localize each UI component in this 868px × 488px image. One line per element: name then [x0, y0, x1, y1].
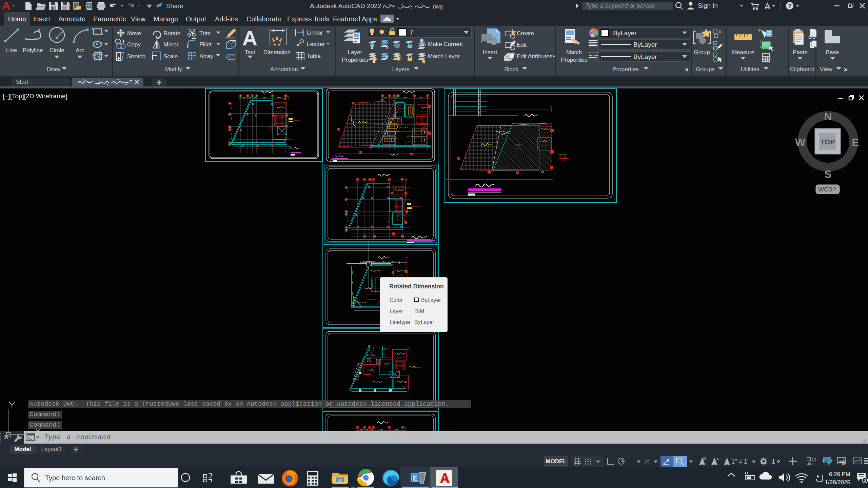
svg-text:Match: Match [566, 49, 582, 56]
svg-text:Leader: Leader [307, 41, 325, 47]
svg-text:Draw: Draw [47, 66, 60, 73]
svg-text:ByLayer: ByLayer [633, 53, 657, 60]
svg-text:Edit: Edit [517, 42, 527, 48]
svg-text:1" = 1': 1" = 1' [731, 458, 748, 465]
svg-text:Table: Table [307, 53, 321, 59]
svg-text:TOP: TOP [821, 138, 835, 146]
svg-text:Properties: Properties [342, 57, 368, 63]
svg-text:Utilities: Utilities [741, 66, 760, 73]
svg-text:ByLayer: ByLayer [633, 41, 657, 48]
svg-text:6:26 PM: 6:26 PM [829, 471, 850, 477]
svg-text:A: A [242, 26, 258, 50]
svg-text:1/28/2025: 1/28/2025 [825, 479, 850, 486]
svg-text:ByLayer: ByLayer [613, 29, 637, 37]
svg-text:Circle: Circle [50, 47, 64, 54]
svg-text:Layer: Layer [348, 49, 362, 56]
svg-text:Insert: Insert [483, 49, 497, 56]
svg-text:Make Current: Make Current [428, 41, 463, 47]
svg-text:!: ! [842, 462, 843, 465]
svg-text:Annotation: Annotation [270, 66, 298, 73]
svg-text:Stretch: Stretch [127, 53, 145, 60]
svg-text:N: N [824, 110, 832, 123]
svg-text:View: View [820, 66, 832, 73]
svg-text:Block: Block [504, 66, 518, 73]
svg-text:Rotate: Rotate [163, 30, 180, 37]
svg-text:Dimension: Dimension [263, 49, 291, 56]
svg-text:S: S [824, 168, 831, 180]
svg-text:W: W [795, 136, 806, 148]
svg-text:.dwg: .dwg [431, 4, 443, 9]
svg-text:Type a keyword or phrase: Type a keyword or phrase [585, 2, 655, 9]
svg-text:Properties: Properties [612, 66, 638, 73]
svg-text:Layers: Layers [392, 66, 409, 73]
svg-text:WCS: WCS [818, 186, 832, 193]
svg-text:E: E [413, 474, 418, 482]
svg-text:[−][Top][2D Wireframe]: [−][Top][2D Wireframe] [3, 93, 67, 100]
svg-text:Measure: Measure [732, 49, 754, 56]
svg-text:E: E [852, 136, 859, 148]
svg-text:Clipboard: Clipboard [790, 66, 815, 73]
svg-text:Properties: Properties [561, 57, 587, 63]
svg-text:Scale: Scale [163, 53, 178, 60]
svg-text:?: ? [788, 3, 791, 9]
svg-text:Copy: Copy [127, 41, 141, 48]
svg-text:Match Layer: Match Layer [428, 53, 460, 60]
svg-text:Paste: Paste [793, 49, 807, 56]
svg-text:Sign In: Sign In [698, 2, 718, 9]
svg-text:Polyline: Polyline [23, 47, 43, 54]
svg-text:Groups: Groups [696, 66, 715, 73]
svg-text:Trim: Trim [199, 30, 211, 37]
svg-text:Line: Line [6, 47, 17, 54]
svg-text:Create: Create [517, 30, 534, 37]
svg-text:3: 3 [864, 478, 866, 483]
svg-text:Group: Group [694, 49, 710, 56]
svg-text:Array: Array [199, 53, 213, 60]
svg-text:Linear: Linear [307, 29, 323, 36]
svg-text:Move: Move [127, 30, 141, 37]
svg-text:Modify: Modify [165, 66, 182, 73]
svg-text:*: * [130, 79, 132, 85]
svg-text:7: 7 [410, 29, 413, 36]
svg-text:Text: Text [244, 49, 255, 56]
svg-text:Arc: Arc [76, 47, 84, 54]
svg-text:Type here to search: Type here to search [45, 474, 105, 482]
svg-text:Fillet: Fillet [199, 41, 212, 48]
svg-text:1: 1 [772, 458, 775, 465]
svg-text:Base: Base [826, 49, 839, 56]
svg-text:Edit Attributes: Edit Attributes [517, 53, 552, 60]
svg-text:Mirror: Mirror [163, 41, 179, 48]
